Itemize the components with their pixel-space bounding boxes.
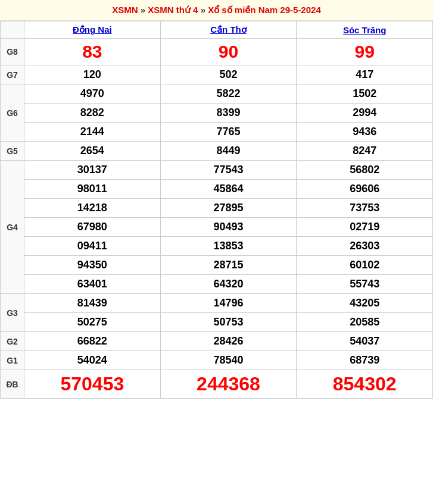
cell-value: 4970 — [24, 84, 161, 104]
cell-value: 8282 — [24, 104, 161, 123]
cell-value: 94350 — [24, 256, 161, 275]
table-row: G7120502417 — [1, 65, 433, 84]
cell-value: 244368 — [160, 370, 297, 399]
table-row: G5265484498247 — [1, 142, 433, 161]
cell-value: 50753 — [160, 313, 297, 332]
cell-value: 20585 — [297, 313, 433, 332]
cell-value: 502 — [160, 65, 297, 84]
table-row: 943502871560102 — [1, 256, 433, 275]
cell-value: 8399 — [160, 104, 297, 123]
cell-value: 14218 — [24, 199, 161, 218]
cell-value: 120 — [24, 65, 161, 84]
row-label: G8 — [1, 39, 24, 65]
table-row: G6497058221502 — [1, 84, 433, 104]
cell-value: 5822 — [160, 84, 297, 104]
cell-value: 13853 — [160, 237, 297, 256]
table-row: 094111385326303 — [1, 237, 433, 256]
table-row: G2668222842654037 — [1, 332, 433, 351]
row-label: G1 — [1, 351, 24, 370]
cell-value: 55743 — [297, 275, 433, 294]
cell-value: 09411 — [24, 237, 161, 256]
cell-value: 90493 — [160, 218, 297, 237]
table-row: 502755075320585 — [1, 313, 433, 332]
row-label: ĐB — [1, 370, 24, 399]
cell-value: 14796 — [160, 294, 297, 313]
cell-value: 7765 — [160, 123, 297, 142]
cell-value: 30137 — [24, 161, 161, 180]
cell-value: 28426 — [160, 332, 297, 351]
cell-value: 1502 — [297, 84, 433, 104]
row-label: G5 — [1, 142, 24, 161]
cell-value: 54024 — [24, 351, 161, 370]
lottery-table: Đồng Nai Cần Thơ Sóc Trăng G8839099G7120… — [0, 21, 433, 399]
table-row: 214477659436 — [1, 123, 433, 142]
cell-value: 60102 — [297, 256, 433, 275]
cell-value: 99 — [297, 39, 433, 65]
cell-value: 2654 — [24, 142, 161, 161]
cell-value: 83 — [24, 39, 161, 65]
cell-value: 43205 — [297, 294, 433, 313]
page-title: Xổ số miền Nam 29-5-2024 — [208, 5, 321, 15]
cell-value: 90 — [160, 39, 297, 65]
cell-value: 27895 — [160, 199, 297, 218]
cell-value: 417 — [297, 65, 433, 84]
row-label: G6 — [1, 84, 24, 142]
table-row: 634016432055743 — [1, 275, 433, 294]
row-label: G4 — [1, 161, 24, 294]
table-row: G8839099 — [1, 39, 433, 65]
table-row: G4301377754356802 — [1, 161, 433, 180]
row-label: G3 — [1, 294, 24, 332]
cell-value: 98011 — [24, 180, 161, 199]
sep2: » — [198, 5, 208, 15]
cell-value: 66822 — [24, 332, 161, 351]
table-row: G1540247854068739 — [1, 351, 433, 370]
cell-value: 570453 — [24, 370, 161, 399]
cell-value: 63401 — [24, 275, 161, 294]
cell-value: 50275 — [24, 313, 161, 332]
table-row: ĐB570453244368854302 — [1, 370, 433, 399]
table-row: 679809049302719 — [1, 218, 433, 237]
cell-value: 2994 — [297, 104, 433, 123]
col2-header: Cần Thơ — [160, 21, 297, 39]
xsmn-thu4-link[interactable]: XSMN thứ 4 — [148, 5, 198, 15]
table-row: 142182789573753 — [1, 199, 433, 218]
table-row: 828283992994 — [1, 104, 433, 123]
cell-value: 9436 — [297, 123, 433, 142]
cell-value: 68739 — [297, 351, 433, 370]
table-row: 980114586469606 — [1, 180, 433, 199]
cell-value: 56802 — [297, 161, 433, 180]
cell-value: 02719 — [297, 218, 433, 237]
cell-value: 8247 — [297, 142, 433, 161]
empty-header — [1, 21, 24, 39]
cell-value: 26303 — [297, 237, 433, 256]
cell-value: 2144 — [24, 123, 161, 142]
col3-header: Sóc Trăng — [297, 21, 433, 39]
cell-value: 77543 — [160, 161, 297, 180]
row-label: G7 — [1, 65, 24, 84]
cell-value: 78540 — [160, 351, 297, 370]
xsmn-link[interactable]: XSMN — [112, 5, 138, 15]
table-row: G3814391479643205 — [1, 294, 433, 313]
cell-value: 54037 — [297, 332, 433, 351]
row-label: G2 — [1, 332, 24, 351]
cell-value: 8449 — [160, 142, 297, 161]
cell-value: 81439 — [24, 294, 161, 313]
cell-value: 854302 — [297, 370, 433, 399]
cell-value: 67980 — [24, 218, 161, 237]
sep1: » — [138, 5, 148, 15]
cell-value: 64320 — [160, 275, 297, 294]
cell-value: 69606 — [297, 180, 433, 199]
col1-header: Đồng Nai — [24, 21, 161, 39]
cell-value: 73753 — [297, 199, 433, 218]
header-banner: XSMN » XSMN thứ 4 » Xổ số miền Nam 29-5-… — [0, 0, 433, 21]
cell-value: 28715 — [160, 256, 297, 275]
cell-value: 45864 — [160, 180, 297, 199]
